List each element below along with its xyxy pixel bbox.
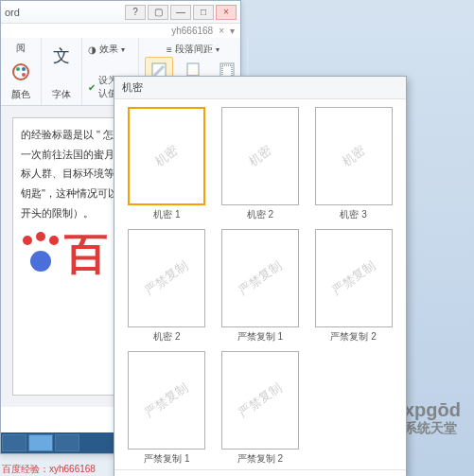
status-segment[interactable] xyxy=(55,434,79,451)
svg-point-2 xyxy=(22,67,26,71)
watermark-thumb[interactable]: 机密机密 2 xyxy=(218,107,304,221)
watermark-thumb[interactable]: 机密机密 3 xyxy=(310,107,396,221)
watermark-gallery: 机密机密 1 机密机密 2 机密机密 3 严禁复制机密 2 严禁复制严禁复制 1… xyxy=(114,99,406,469)
baidu-logo: 百 xyxy=(19,217,108,291)
watermark-thumb[interactable]: 机密机密 1 xyxy=(124,107,210,221)
watermark-thumb[interactable]: 严禁复制机密 2 xyxy=(124,229,210,344)
minimize-button[interactable]: — xyxy=(170,5,191,20)
window-buttons: ? ▢ — □ × xyxy=(125,5,237,20)
effects-icon: ◑ xyxy=(88,44,97,55)
close-button[interactable]: × xyxy=(216,5,237,20)
credit-text: 百度经验：xyh666168 xyxy=(2,463,96,476)
maximize-button[interactable]: □ xyxy=(193,5,214,20)
ribbon-group-formatting: 阅 颜色 xyxy=(1,38,42,105)
dropdown-category-header: 机密 xyxy=(114,77,406,99)
font-label: 字体 xyxy=(52,88,71,101)
color-button[interactable] xyxy=(7,58,35,86)
tab-close-icon[interactable]: × xyxy=(219,26,224,36)
menu-more-office[interactable]: 🌐Office.com 中的其他水印(M) xyxy=(114,472,406,476)
watermark-dropdown: 机密 机密机密 1 机密机密 2 机密机密 3 严禁复制机密 2 严禁复制严禁复… xyxy=(114,76,407,476)
watermark-thumb[interactable]: 严禁复制严禁复制 2 xyxy=(218,351,304,466)
tab-view[interactable]: 阅 xyxy=(16,42,26,55)
help-button[interactable]: ? xyxy=(125,5,146,20)
color-label: 颜色 xyxy=(11,88,30,101)
svg-point-0 xyxy=(13,64,28,79)
dropdown-menu: 🌐Office.com 中的其他水印(M) ▤自定义水印(W)... ✗删除水印… xyxy=(114,469,406,476)
paw-icon xyxy=(19,232,62,275)
palette-icon xyxy=(11,62,30,81)
username: yh666168 xyxy=(171,26,213,36)
tab-pin-icon[interactable]: ▾ xyxy=(230,26,235,36)
status-segment[interactable] xyxy=(28,434,53,451)
watermark-thumb[interactable]: 严禁复制严禁复制 1 xyxy=(218,229,304,344)
ribbon-group-font: 文 字体 xyxy=(42,38,82,105)
titlebar: ord ? ▢ — □ × xyxy=(1,1,240,24)
svg-point-3 xyxy=(22,73,26,77)
font-button[interactable]: 文 xyxy=(47,42,76,70)
effects-button[interactable]: ◑效果▾ xyxy=(88,42,125,57)
check-icon: ✔ xyxy=(88,82,96,93)
svg-point-1 xyxy=(16,67,20,71)
watermark-thumb[interactable]: 严禁复制严禁复制 2 xyxy=(310,229,396,344)
watermark-thumb[interactable]: 严禁复制严禁复制 1 xyxy=(124,351,210,466)
app-title: ord xyxy=(5,7,20,18)
status-segment[interactable] xyxy=(2,434,26,451)
paragraph-spacing-button[interactable]: ≡段落间距▾ xyxy=(167,42,219,57)
ribbon-display-button[interactable]: ▢ xyxy=(148,5,168,20)
user-account: yh666168 × ▾ xyxy=(1,24,240,38)
spacing-icon: ≡ xyxy=(167,44,172,55)
